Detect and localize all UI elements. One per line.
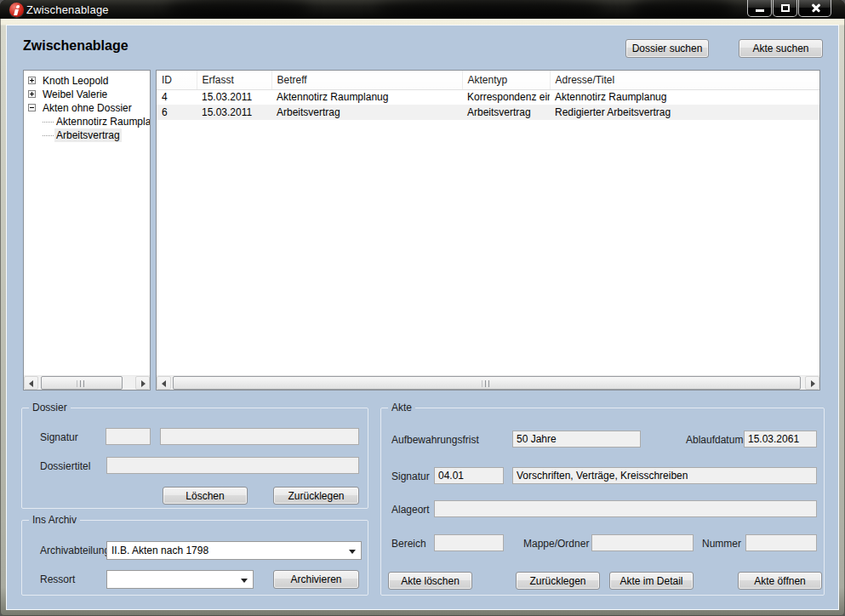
titlebar[interactable]: Zwischenablage	[0, 0, 845, 19]
window-title: Zwischenablage	[26, 3, 109, 16]
signatur-label: Signatur	[40, 431, 78, 443]
app-icon-dot	[16, 5, 20, 9]
tree-horizontal-scrollbar[interactable]	[24, 375, 150, 390]
archivabteilung-label: Archivabteilung	[40, 545, 110, 556]
chevron-down-icon[interactable]	[349, 550, 356, 554]
expand-plus-icon[interactable]	[28, 90, 36, 98]
expand-plus-icon[interactable]	[28, 77, 36, 84]
dossier-group-title: Dossier	[29, 402, 71, 414]
scroll-left-button[interactable]	[157, 376, 171, 390]
mappe-ordner-field[interactable]	[591, 534, 694, 551]
gripper-icon	[482, 380, 492, 387]
scroll-right-button[interactable]	[135, 376, 150, 390]
akte-group-title: Akte	[388, 402, 415, 414]
maximize-button[interactable]	[773, 0, 797, 17]
tree-item-label[interactable]: Knoth Leopold	[41, 74, 110, 88]
akte-oeffnen-button[interactable]: Akte öffnen	[738, 572, 822, 590]
akten-table: ID Erfasst Betreff Aktentyp Adresse/Tite…	[157, 71, 820, 120]
ressort-combobox[interactable]	[106, 570, 254, 589]
tree-item-label[interactable]: Arbeitsvertrag	[54, 128, 122, 142]
akte-suchen-button[interactable]: Akte suchen	[739, 39, 823, 58]
tree-item-knoth-leopold[interactable]: Knoth Leopold	[24, 74, 150, 88]
column-header-id[interactable]: ID	[157, 71, 197, 89]
dossier-signatur-text-field[interactable]	[160, 428, 359, 445]
table-row[interactable]: 6 15.03.2011 Arbeitsvertrag Arbeitsvertr…	[157, 105, 819, 120]
tree-item-label[interactable]: Weibel Valerie	[41, 88, 109, 101]
cell-betreff[interactable]: Aktennotirz Raumplanug	[271, 89, 462, 105]
cell-betreff[interactable]: Arbeitsvertrag	[271, 105, 462, 120]
dossier-tree: Knoth Leopold Weibel Valerie Akten ohne …	[23, 70, 151, 391]
app-window: Zwischenablage Zwischenablage Dossier su…	[0, 0, 845, 616]
cell-adresse-titel[interactable]: Aktennotirz Raumplanug	[550, 89, 819, 105]
akte-loeschen-button[interactable]: Akte löschen	[388, 572, 472, 590]
titlebar-smudge	[631, 0, 734, 19]
tree-connector	[43, 122, 54, 123]
akte-groupbox: Akte Aufbewahrungsfrist Ablaufdatum Sign…	[380, 408, 825, 596]
akte-signatur-text-field[interactable]	[512, 467, 817, 484]
scrollbar-thumb[interactable]	[41, 376, 123, 390]
cell-erfasst[interactable]: 15.03.2011	[197, 105, 271, 120]
scrollbar-thumb[interactable]	[173, 376, 801, 390]
nummer-field[interactable]	[745, 534, 817, 551]
gripper-icon	[77, 380, 87, 387]
cell-aktentyp[interactable]: Korrespondenz ein	[462, 89, 550, 105]
akten-list: ID Erfasst Betreff Aktentyp Adresse/Tite…	[156, 70, 820, 391]
window-controls	[747, 0, 831, 17]
archivieren-button[interactable]: Archivieren	[273, 570, 359, 589]
tree-item-arbeitsvertrag[interactable]: Arbeitsvertrag	[24, 128, 150, 142]
cell-id[interactable]: 4	[157, 89, 197, 105]
app-icon-bar	[14, 9, 19, 15]
tree-connector	[43, 135, 54, 136]
akte-im-detail-button[interactable]: Akte im Detail	[609, 572, 694, 590]
dossier-groupbox: Dossier Signatur Dossiertitel Löschen Zu…	[21, 408, 368, 509]
mappe-ordner-label: Mappe/Ordner	[523, 538, 589, 550]
tree-item-label[interactable]: Akten ohne Dossier	[41, 101, 134, 115]
akte-signatur-code-field[interactable]	[434, 467, 504, 484]
ins-archiv-group-title: Ins Archiv	[29, 514, 80, 526]
alageort-label: Alageort	[391, 504, 430, 516]
table-row[interactable]: 4 15.03.2011 Aktennotirz Raumplanug Korr…	[157, 89, 819, 105]
app-icon	[9, 3, 24, 17]
chevron-down-icon[interactable]	[241, 579, 248, 583]
tree-item-weibel-valerie[interactable]: Weibel Valerie	[24, 88, 150, 101]
scroll-left-button[interactable]	[24, 376, 38, 390]
akte-zuruecklegen-button[interactable]: Zurücklegen	[516, 572, 600, 590]
scroll-right-button[interactable]	[805, 376, 819, 390]
close-button[interactable]	[798, 0, 831, 17]
column-header-adresse-titel[interactable]: Adresse/Titel	[550, 71, 819, 89]
scroll-right-icon	[141, 380, 146, 387]
dossiertitel-field[interactable]	[106, 457, 359, 474]
tree-item-label[interactable]: Aktennotirz Raumplar	[54, 115, 151, 128]
ins-archiv-groupbox: Ins Archiv Archivabteilung II.B. Akten n…	[21, 520, 368, 596]
column-header-erfasst[interactable]: Erfasst	[197, 71, 271, 89]
alageort-field[interactable]	[434, 500, 817, 517]
archivabteilung-combobox[interactable]: II.B. Akten nach 1798	[106, 541, 362, 560]
table-horizontal-scrollbar[interactable]	[157, 375, 819, 390]
archivabteilung-selected-value: II.B. Akten nach 1798	[111, 545, 208, 556]
column-header-betreff[interactable]: Betreff	[271, 71, 462, 89]
aufbewahrungsfrist-field[interactable]	[512, 431, 641, 448]
nummer-label: Nummer	[702, 538, 741, 550]
cell-id[interactable]: 6	[157, 105, 197, 120]
cell-aktentyp[interactable]: Arbeitsvertrag	[462, 105, 550, 120]
tree-item-aktennotirz-raumplanung[interactable]: Aktennotirz Raumplar	[24, 115, 150, 128]
client-area: Zwischenablage Dossier suchen Akte suche…	[6, 25, 839, 610]
bereich-field[interactable]	[434, 534, 504, 551]
minimize-button[interactable]	[747, 0, 772, 17]
dossier-loeschen-button[interactable]: Löschen	[163, 487, 248, 505]
column-header-aktentyp[interactable]: Aktentyp	[462, 71, 550, 89]
akte-signatur-label: Signatur	[391, 471, 430, 482]
maximize-icon	[781, 4, 790, 12]
ablaufdatum-field[interactable]	[744, 431, 817, 448]
cell-adresse-titel[interactable]: Redigierter Arbeitsvertrag	[550, 105, 819, 120]
tree-item-akten-ohne-dossier[interactable]: Akten ohne Dossier	[24, 101, 150, 115]
collapse-minus-icon[interactable]	[28, 104, 36, 111]
dossier-suchen-button[interactable]: Dossier suchen	[625, 39, 709, 58]
dossier-zuruecklegen-button[interactable]: Zurücklegen	[273, 487, 359, 505]
ressort-label: Ressort	[40, 573, 75, 585]
dossier-signatur-code-field[interactable]	[106, 428, 151, 445]
dossiertitel-label: Dossiertitel	[40, 460, 90, 472]
minimize-icon	[756, 9, 764, 12]
cell-erfasst[interactable]: 15.03.2011	[197, 89, 271, 105]
scroll-left-icon	[162, 380, 166, 387]
